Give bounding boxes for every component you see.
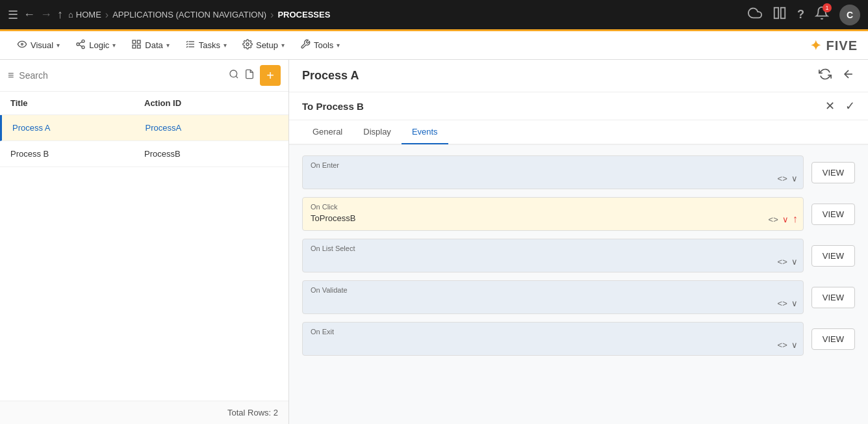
main-area: ≡ + Title Action ID Process A ProcessA bbox=[0, 60, 868, 424]
right-panel: Process A To Process B bbox=[289, 60, 868, 424]
menu-item-data[interactable]: Data ▾ bbox=[125, 35, 175, 55]
svg-point-3 bbox=[82, 40, 84, 42]
onclick-code-icon[interactable]: <> bbox=[769, 215, 778, 224]
avatar[interactable]: C bbox=[839, 5, 860, 25]
visual-chevron: ▾ bbox=[57, 42, 60, 49]
col-title-header: Title bbox=[10, 98, 144, 108]
onexit-view-button[interactable]: VIEW bbox=[811, 328, 855, 350]
onlistselect-chevron-icon[interactable]: ∨ bbox=[791, 257, 798, 267]
home-link[interactable]: ⌂ HOME bbox=[68, 10, 101, 20]
onvalidate-code-icon[interactable]: <> bbox=[778, 298, 787, 308]
back-icon[interactable]: ← bbox=[23, 8, 35, 21]
forward-icon[interactable]: → bbox=[40, 8, 52, 21]
onvalidate-view-button[interactable]: VIEW bbox=[811, 287, 855, 308]
add-button[interactable]: + bbox=[260, 65, 281, 86]
onenter-chevron-icon[interactable]: ∨ bbox=[791, 174, 798, 183]
event-row-onlistselect: On List Select <> ∨ VIEW bbox=[302, 239, 855, 272]
onexit-label: On Exit bbox=[311, 328, 795, 336]
event-row-onvalidate: On Validate <> ∨ VIEW bbox=[302, 280, 855, 314]
panel-title: Process A bbox=[302, 69, 359, 83]
svg-point-4 bbox=[77, 43, 79, 46]
svg-point-2 bbox=[21, 44, 23, 46]
menu-item-logic[interactable]: Logic ▾ bbox=[69, 35, 122, 55]
menu-item-setup[interactable]: Setup ▾ bbox=[236, 35, 291, 55]
sub-panel: To Process B ✕ ✓ General Display Events bbox=[289, 92, 868, 145]
sidebar-row-process-a[interactable]: Process A ProcessA bbox=[0, 115, 288, 141]
sub-panel-title: To Process B bbox=[302, 101, 364, 112]
svg-rect-8 bbox=[133, 40, 136, 44]
menu-bar: Visual ▾ Logic ▾ Data ▾ bbox=[0, 31, 868, 60]
menu-item-tools[interactable]: Tools ▾ bbox=[294, 35, 346, 55]
tools-chevron: ▾ bbox=[337, 42, 340, 49]
event-field-onexit: On Exit <> ∨ bbox=[302, 322, 804, 356]
top-bar-right: ? 1 C bbox=[748, 5, 860, 25]
library-icon[interactable] bbox=[772, 6, 787, 23]
svg-rect-9 bbox=[138, 40, 141, 44]
tab-events[interactable]: Events bbox=[402, 120, 448, 144]
notification-icon[interactable]: 1 bbox=[815, 6, 829, 23]
tools-label: Tools bbox=[314, 40, 333, 50]
sidebar-footer: Total Rows: 2 bbox=[0, 401, 288, 424]
back-arrow-icon[interactable] bbox=[842, 68, 855, 84]
sidebar-row-action-1: ProcessB bbox=[144, 149, 278, 159]
processes-label: PROCESSES bbox=[277, 10, 330, 20]
tabs: General Display Events bbox=[289, 120, 868, 144]
tasks-label: Tasks bbox=[199, 40, 220, 50]
onenter-code-icon[interactable]: <> bbox=[778, 174, 787, 183]
event-field-onclick: On Click ToProcessB <> ∨ ↑ bbox=[302, 197, 804, 231]
refresh-icon[interactable] bbox=[819, 68, 832, 84]
sidebar-row-process-b[interactable]: Process B ProcessB bbox=[0, 141, 288, 167]
close-icon[interactable]: ✕ bbox=[825, 99, 835, 113]
onexit-chevron-icon[interactable]: ∨ bbox=[791, 340, 798, 350]
menu-item-tasks[interactable]: Tasks ▾ bbox=[179, 35, 233, 55]
svg-line-7 bbox=[79, 42, 83, 44]
onclick-arrow-indicator: ↑ bbox=[793, 213, 798, 225]
sidebar-menu-icon[interactable]: ≡ bbox=[8, 70, 14, 81]
logic-chevron: ▾ bbox=[112, 42, 116, 49]
visual-label: Visual bbox=[31, 40, 53, 50]
tools-icon bbox=[300, 39, 311, 51]
onexit-code-icon[interactable]: <> bbox=[778, 340, 787, 350]
up-icon[interactable]: ↑ bbox=[57, 8, 63, 21]
onclick-chevron-icon[interactable]: ∨ bbox=[782, 215, 789, 224]
setup-icon bbox=[242, 39, 253, 51]
app-label[interactable]: APPLICATIONS (ACTION NAVIGATION) bbox=[112, 10, 266, 20]
svg-rect-0 bbox=[774, 8, 778, 19]
menu-bar-left: Visual ▾ Logic ▾ Data ▾ bbox=[10, 35, 346, 55]
onenter-view-button[interactable]: VIEW bbox=[811, 162, 855, 183]
menu-icon[interactable]: ☰ bbox=[8, 8, 18, 22]
tab-display[interactable]: Display bbox=[353, 120, 402, 144]
sidebar: ≡ + Title Action ID Process A ProcessA bbox=[0, 60, 289, 424]
data-icon bbox=[131, 39, 142, 51]
document-icon[interactable] bbox=[244, 69, 255, 82]
five-logo-text: FIVE bbox=[826, 38, 858, 53]
col-actionid-header: Action ID bbox=[144, 98, 278, 108]
cloud-icon[interactable] bbox=[748, 6, 762, 23]
tab-general[interactable]: General bbox=[302, 120, 353, 144]
search-icon[interactable] bbox=[229, 69, 239, 82]
onlistselect-label: On List Select bbox=[311, 245, 795, 252]
logic-label: Logic bbox=[89, 40, 109, 50]
home-label[interactable]: HOME bbox=[76, 10, 101, 20]
breadcrumb: ⌂ HOME › APPLICATIONS (ACTION NAVIGATION… bbox=[68, 9, 330, 21]
svg-rect-1 bbox=[781, 8, 785, 19]
event-row-onexit: On Exit <> ∨ VIEW bbox=[302, 322, 855, 356]
help-icon[interactable]: ? bbox=[797, 8, 804, 21]
check-icon[interactable]: ✓ bbox=[845, 99, 855, 113]
onlistselect-view-button[interactable]: VIEW bbox=[811, 245, 855, 267]
events-content: On Enter <> ∨ VIEW On Click ToProcessB <… bbox=[289, 145, 868, 424]
onvalidate-chevron-icon[interactable]: ∨ bbox=[791, 298, 798, 308]
menu-item-visual[interactable]: Visual ▾ bbox=[10, 35, 66, 55]
onclick-icons: <> ∨ ↑ bbox=[769, 213, 798, 225]
svg-line-17 bbox=[236, 76, 238, 78]
event-row-onclick: On Click ToProcessB <> ∨ ↑ VIEW bbox=[302, 197, 855, 231]
data-label: Data bbox=[145, 40, 162, 50]
top-bar-left: ☰ ← → ↑ ⌂ HOME › APPLICATIONS (ACTION NA… bbox=[8, 8, 748, 22]
sidebar-row-title-0: Process A bbox=[12, 123, 146, 133]
search-input[interactable] bbox=[19, 70, 223, 81]
data-chevron: ▾ bbox=[166, 42, 170, 49]
svg-point-15 bbox=[246, 43, 249, 46]
svg-point-16 bbox=[230, 70, 237, 77]
onlistselect-code-icon[interactable]: <> bbox=[778, 257, 787, 267]
onclick-view-button[interactable]: VIEW bbox=[811, 204, 855, 225]
